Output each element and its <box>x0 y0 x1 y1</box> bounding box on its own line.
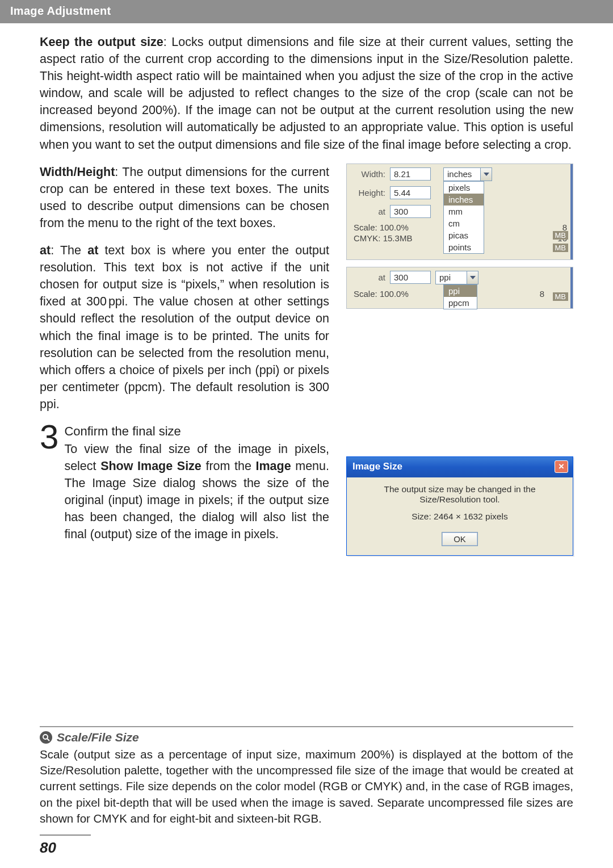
at-input[interactable]: 300 <box>390 271 431 284</box>
scale-value: 100.0% <box>380 223 409 232</box>
unit-option[interactable]: mm <box>444 206 484 217</box>
width-input[interactable]: 8.21 <box>390 167 431 181</box>
units-dropdown[interactable]: inches <box>443 167 492 181</box>
size-resolution-panel: Width: 8.21 Height: 5.44 inches <box>346 163 573 260</box>
scale-label: Scale: <box>354 289 377 299</box>
mb-badge: MB <box>553 292 569 301</box>
mb-badge: MB <box>553 231 569 240</box>
chevron-down-icon[interactable] <box>480 168 492 181</box>
dialog-size-line: Size: 2464 × 1632 pixels <box>355 511 565 522</box>
panel-scroll-edge <box>570 267 573 308</box>
lead-keep: Keep the output size <box>40 35 163 49</box>
unit-option[interactable]: inches <box>444 194 484 206</box>
cmyk-label: CMYK: <box>354 233 381 243</box>
para-at: at: The at text box is where you enter t… <box>40 242 329 413</box>
lead-wh: Width/Height <box>40 165 115 179</box>
svg-point-2 <box>43 735 48 739</box>
res-unit-option[interactable]: ppcm <box>444 297 477 309</box>
magnifier-icon <box>40 731 52 744</box>
width-label: Width: <box>351 169 385 179</box>
units-dropdown-list[interactable]: pixels inches mm cm picas points <box>443 181 484 254</box>
unit-option[interactable]: picas <box>444 229 484 241</box>
chevron-down-icon[interactable] <box>467 271 478 284</box>
para-keep-output-size: Keep the output size: Locks output dimen… <box>40 33 573 153</box>
unit-option[interactable]: cm <box>444 217 484 229</box>
svg-marker-0 <box>484 173 489 176</box>
step-3-text: To view the final size of the image in p… <box>64 441 329 543</box>
at-input[interactable]: 300 <box>390 205 431 218</box>
section-header: Image Adjustment <box>0 0 613 23</box>
mb-badge: MB <box>553 244 569 252</box>
unit-option[interactable]: pixels <box>444 182 484 194</box>
at-label: at <box>351 207 385 216</box>
close-icon[interactable]: × <box>555 460 568 473</box>
dialog-message: The output size may be changed in the Si… <box>355 484 565 505</box>
resolution-panel: at 300 ppi ppi ppcm <box>346 267 573 309</box>
panel-scroll-edge <box>570 164 573 259</box>
step-3: 3 Confirm the final size To view the fin… <box>40 423 329 543</box>
unit-option[interactable]: points <box>444 241 484 253</box>
text-keep: : Locks output dimensions and file size … <box>40 35 573 152</box>
resolution-units-list[interactable]: ppi ppcm <box>443 284 477 309</box>
page-number: 80 <box>40 835 91 857</box>
step-3-number: 3 <box>40 422 58 452</box>
ok-button[interactable]: OK <box>442 532 478 546</box>
note-scale-file-size: Scale/File Size Scale (output size as a … <box>40 726 573 827</box>
height-input[interactable]: 5.44 <box>390 186 431 199</box>
scale-label: Scale: <box>354 223 377 232</box>
image-size-dialog: Image Size × The output size may be chan… <box>346 456 573 556</box>
at-label: at <box>351 272 385 282</box>
note-text: Scale (output size as a percentage of in… <box>40 747 573 827</box>
resolution-unit-selected: ppi <box>436 272 467 282</box>
units-selected: inches <box>444 169 480 179</box>
text-at: text box is where you enter the output r… <box>40 244 329 411</box>
lead-at: at <box>40 244 51 257</box>
resolution-units-dropdown[interactable]: ppi <box>435 271 478 284</box>
dialog-title: Image Size <box>352 461 402 472</box>
para-width-height: Width/Height: The output dimensions for … <box>40 163 329 232</box>
note-title: Scale/File Size <box>57 731 139 744</box>
res-unit-option[interactable]: ppi <box>444 285 477 297</box>
step-3-title: Confirm the final size <box>64 423 329 441</box>
scale-value: 100.0% <box>380 289 409 299</box>
height-label: Height: <box>351 188 385 198</box>
svg-marker-1 <box>470 276 476 279</box>
cmyk-value: 15.3MB <box>383 233 413 243</box>
svg-line-3 <box>47 739 49 741</box>
